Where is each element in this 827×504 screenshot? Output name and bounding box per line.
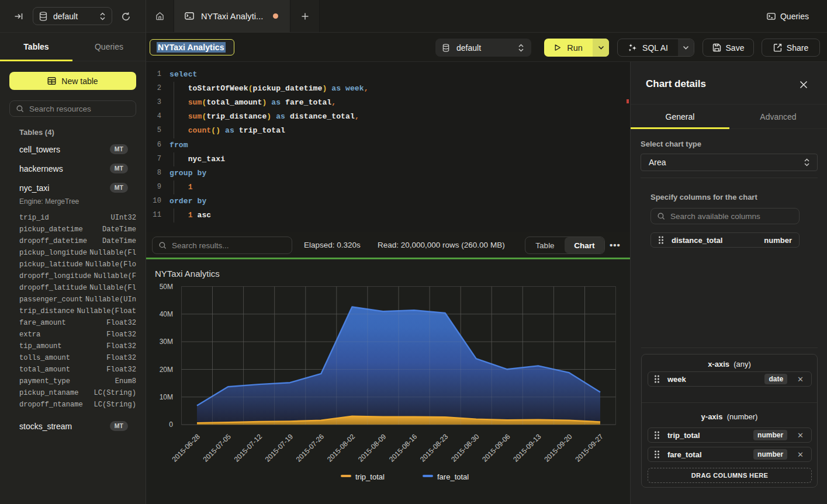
svg-text:0: 0 — [169, 420, 173, 429]
svg-text:2015-07-26: 2015-07-26 — [295, 432, 326, 464]
svg-text:40M: 40M — [160, 310, 173, 318]
svg-text:trip_total: trip_total — [355, 472, 385, 481]
svg-text:2015-07-05: 2015-07-05 — [202, 432, 233, 464]
svg-text:2015-07-12: 2015-07-12 — [233, 432, 264, 464]
svg-text:2015-08-09: 2015-08-09 — [357, 432, 388, 464]
svg-text:2015-09-27: 2015-09-27 — [573, 432, 605, 464]
svg-text:2015-09-20: 2015-09-20 — [542, 432, 574, 464]
svg-text:30M: 30M — [160, 338, 173, 346]
svg-text:NYTaxi Analytics: NYTaxi Analytics — [155, 269, 220, 279]
svg-text:2015-09-13: 2015-09-13 — [511, 432, 543, 464]
svg-text:50M: 50M — [160, 283, 173, 291]
svg-text:2015-08-02: 2015-08-02 — [326, 432, 357, 464]
svg-text:2015-08-23: 2015-08-23 — [418, 432, 450, 464]
svg-text:fare_total: fare_total — [437, 472, 469, 481]
svg-text:10M: 10M — [160, 393, 173, 401]
svg-text:2015-06-28: 2015-06-28 — [170, 432, 202, 464]
svg-text:2015-08-30: 2015-08-30 — [449, 432, 481, 464]
svg-text:2015-08-16: 2015-08-16 — [387, 432, 419, 464]
svg-text:20M: 20M — [160, 366, 173, 374]
svg-text:2015-07-19: 2015-07-19 — [264, 432, 295, 464]
svg-text:2015-09-06: 2015-09-06 — [480, 432, 512, 464]
